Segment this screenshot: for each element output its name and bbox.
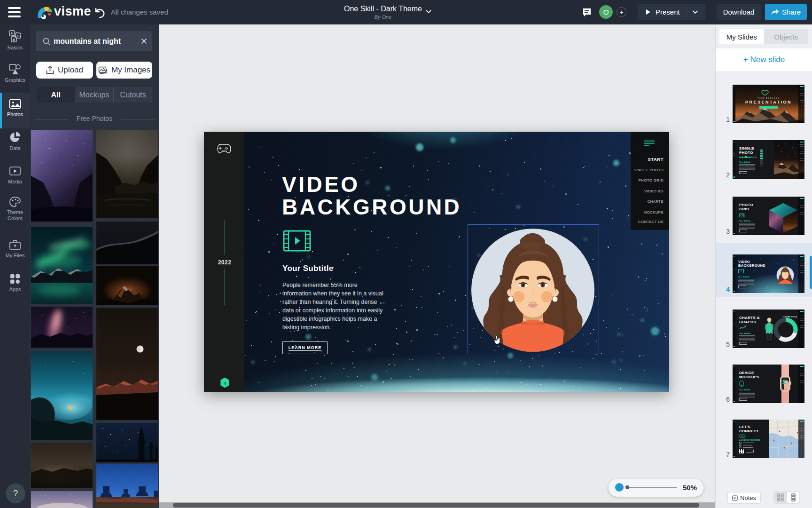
svg-text:A: A — [10, 32, 13, 35]
svg-text:4: 4 — [224, 381, 226, 386]
svg-text:C: C — [17, 34, 19, 38]
svg-text:B: B — [13, 38, 15, 41]
